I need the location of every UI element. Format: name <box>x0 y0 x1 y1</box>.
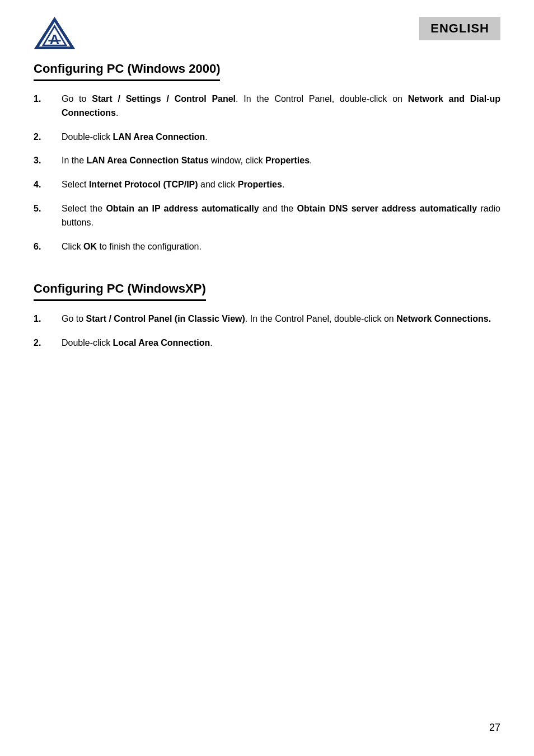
step-number: 2. <box>34 130 62 144</box>
step-content: Go to Start / Control Panel (in Classic … <box>62 312 500 326</box>
step-2-winxp: 2. Double-click Local Area Connection. <box>34 336 500 350</box>
section2-title: Configuring PC (WindowsXP) <box>34 281 206 301</box>
section1-title: Configuring PC (Windows 2000) <box>34 62 220 81</box>
step-number: 6. <box>34 240 62 253</box>
step-5-win2000: 5. Select the Obtain an IP address autom… <box>34 202 500 230</box>
step-content: Double-click LAN Area Connection. <box>62 130 500 144</box>
step-number: 5. <box>34 202 62 215</box>
section-windowsxp: Configuring PC (WindowsXP) 1. Go to Star… <box>34 281 500 350</box>
step-content: In the LAN Area Connection Status window… <box>62 154 500 168</box>
step-content: Select Internet Protocol (TCP/IP) and cl… <box>62 178 500 192</box>
step-content: Click OK to finish the configuration. <box>62 240 500 254</box>
step-content: Select the Obtain an IP address automati… <box>62 202 500 230</box>
step-4-win2000: 4. Select Internet Protocol (TCP/IP) and… <box>34 178 500 192</box>
step-number: 2. <box>34 336 62 350</box>
logo: A <box>34 17 78 56</box>
page-number: 27 <box>489 722 500 734</box>
steps-list-win2000: 1. Go to Start / Settings / Control Pane… <box>34 92 500 253</box>
step-2-win2000: 2. Double-click LAN Area Connection. <box>34 130 500 144</box>
step-content: Double-click Local Area Connection. <box>62 336 500 350</box>
header: A ENGLISH <box>34 17 500 56</box>
steps-list-winxp: 1. Go to Start / Control Panel (in Class… <box>34 312 500 350</box>
step-3-win2000: 3. In the LAN Area Connection Status win… <box>34 154 500 168</box>
step-1-win2000: 1. Go to Start / Settings / Control Pane… <box>34 92 500 120</box>
step-number: 3. <box>34 154 62 167</box>
step-content: Go to Start / Settings / Control Panel. … <box>62 92 500 120</box>
step-number: 4. <box>34 178 62 191</box>
step-number: 1. <box>34 92 62 106</box>
section-windows2000: Configuring PC (Windows 2000) 1. Go to S… <box>34 62 500 253</box>
step-6-win2000: 6. Click OK to finish the configuration. <box>34 240 500 254</box>
svg-text:A: A <box>50 32 59 47</box>
step-number: 1. <box>34 312 62 326</box>
language-badge: ENGLISH <box>419 17 500 40</box>
step-1-winxp: 1. Go to Start / Control Panel (in Class… <box>34 312 500 326</box>
